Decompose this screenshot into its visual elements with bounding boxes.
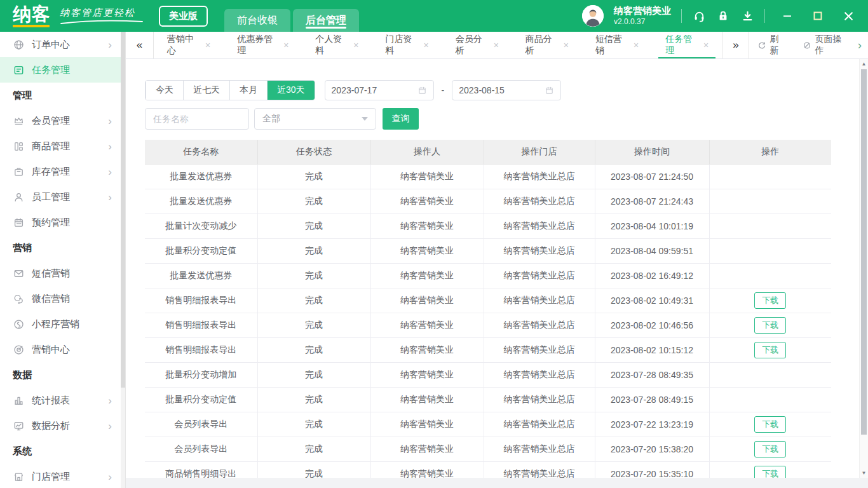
sidebar-item[interactable]: 商品管理 › [0,133,121,159]
cell-store: 纳客营销美业总店 [484,238,595,263]
status-select[interactable]: 全部 [254,108,376,130]
brand-accent-bar [13,25,50,27]
download-button[interactable]: 下载 [754,416,786,433]
sidebar-item[interactable]: 订单中心 › [0,32,121,57]
page-tab[interactable]: 营销中心 × [154,32,224,58]
cell-operator: 纳客营销美业 [370,362,484,387]
tab-close-icon[interactable]: × [634,41,639,50]
cell-task-name: 会员列表导出 [145,412,257,437]
content-scrollbar[interactable]: ▲ ▼ [859,59,868,478]
tabs-collapse-icon[interactable]: « [126,32,154,58]
chevron-right-icon: › [108,166,112,177]
close-button[interactable] [841,9,855,23]
sidebar-item[interactable]: 数据分析 › [0,413,121,438]
quick-range-group: 今天 近七天 本月 近30天 [145,80,315,100]
content-scrollbar-thumb[interactable] [861,69,867,435]
sidebar-item-label: 统计报表 [32,395,70,407]
date-from-input[interactable]: 2023-07-17 [325,80,434,100]
page-tab[interactable]: 任务管理 × [652,32,722,58]
sidebar-item[interactable]: 员工管理 › [0,184,121,210]
date-to-input[interactable]: 2023-08-15 [452,80,561,100]
monitor-icon [13,420,25,432]
sidebar-item[interactable]: 微信营销 [0,286,121,311]
scroll-down-arrow-icon[interactable]: ▼ [860,470,868,476]
cell-action: 下载 [709,437,831,461]
sidebar-item[interactable]: 统计报表 › [0,388,121,413]
cell-task-status: 完成 [257,362,370,387]
download-button[interactable]: 下载 [754,441,786,458]
cell-action [709,387,831,412]
cell-task-status: 完成 [257,387,370,412]
download-button[interactable]: 下载 [754,292,786,309]
scroll-up-arrow-icon[interactable]: ▲ [860,61,868,67]
sidebar-item[interactable]: 会员管理 › [0,108,121,133]
page-tab[interactable]: 会员分析 × [442,32,512,58]
quick-range-button[interactable]: 本月 [229,81,267,100]
sidebar-item[interactable]: 任务管理 [0,57,121,83]
mode-nav-tab[interactable]: 后台管理 [293,9,359,32]
sidebar-item[interactable]: 短信营销 [0,261,121,286]
mode-nav-tab[interactable]: 前台收银 [224,9,290,32]
cell-action [709,214,831,238]
page-actions-icon [803,41,811,50]
support-headset-icon[interactable] [692,9,706,23]
page-tab[interactable]: 个人资料 × [302,32,372,58]
sidebar-scrollbar[interactable] [121,32,125,488]
cell-task-name: 批量积分变动增加 [145,362,257,387]
page-tab[interactable]: 优惠券管理 × [224,32,302,58]
tab-close-icon[interactable]: × [353,41,358,50]
sidebar-item[interactable]: 库存管理 › [0,159,121,184]
tab-close-icon[interactable]: × [205,41,210,50]
edition-badge-button[interactable]: 美业版 [159,6,208,27]
chevron-right-icon: › [108,395,112,406]
more-pages-chevron-icon[interactable]: › [857,32,868,58]
refresh-button[interactable]: 刷新 [749,32,794,58]
maximize-button[interactable] [811,9,825,23]
sidebar-item[interactable]: 预约管理 [0,210,121,235]
avatar[interactable] [582,5,604,27]
table-row: 会员列表导出 完成 纳客营销美业 纳客营销美业总店 2023-07-22 13:… [145,412,831,437]
minimize-button[interactable] [780,9,794,23]
table-row: 批量积分变动定值 完成 纳客营销美业 纳客营销美业总店 2023-07-28 0… [145,387,831,412]
quick-range-button[interactable]: 近30天 [267,81,315,100]
search-button[interactable]: 查询 [383,108,419,130]
tabs-expand-icon[interactable]: » [722,32,749,58]
download-button[interactable]: 下载 [754,342,786,358]
table-row: 批量发送优惠券 完成 纳客营销美业 纳客营销美业总店 2023-08-02 16… [145,263,831,288]
sidebar-item-label: 商品管理 [32,140,70,152]
sidebar-item-label: 任务管理 [32,64,70,76]
date-from-value: 2023-07-17 [332,85,377,95]
page-tab[interactable]: 短信营销 × [582,32,652,58]
download-button[interactable]: 下载 [754,317,786,334]
quick-range-button[interactable]: 近七天 [183,81,229,100]
cell-time: 2023-08-07 21:24:43 [595,189,709,214]
avatar-person-icon [582,5,604,27]
user-name: 纳客营销美业 [614,5,671,17]
cell-store: 纳客营销美业总店 [484,437,595,461]
tab-close-icon[interactable]: × [494,41,499,50]
quick-range-button[interactable]: 今天 [146,81,183,100]
tab-close-icon[interactable]: × [283,41,288,50]
sidebar-item[interactable]: 门店管理 › [0,464,121,488]
lock-icon[interactable] [716,9,730,23]
cell-action [709,362,831,387]
brand-logo: 纳客 [13,5,51,27]
table-row: 批量发送优惠券 完成 纳客营销美业 纳客营销美业总店 2023-08-07 21… [145,189,831,214]
sidebar-section-label: 管理 [0,83,121,108]
page-tab-label: 短信营销 [595,34,628,57]
tab-close-icon[interactable]: × [564,41,569,50]
page-tab[interactable]: 商品分析 × [512,32,582,58]
main-area: « 营销中心 × 优惠券管理 × 个人资料 × [126,32,868,488]
cell-task-status: 完成 [257,412,370,437]
tab-close-icon[interactable]: × [423,41,428,50]
task-management-page: 今天 近七天 本月 近30天 2023-07-17 - 2023-08-15 [126,59,868,487]
sidebar-item[interactable]: 营销中心 [0,337,121,362]
tab-close-icon[interactable]: × [703,41,709,50]
page-tab[interactable]: 门店资料 × [372,32,442,58]
page-actions-button[interactable]: 页面操作 [794,32,856,58]
task-name-input[interactable] [145,108,249,130]
page-actions-label: 页面操作 [815,34,848,57]
sidebar-item[interactable]: 小程序营销 [0,311,121,337]
sidebar-scrollbar-thumb[interactable] [121,32,125,388]
download-icon[interactable] [740,9,754,23]
